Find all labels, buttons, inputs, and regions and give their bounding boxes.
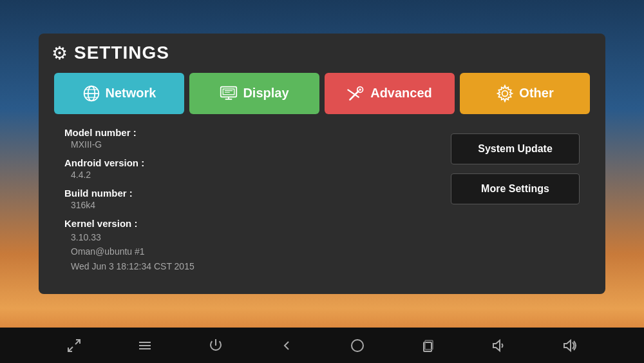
kernel-version-item: Kernel version : 3.10.33 Oman@ubuntu #1 … (64, 218, 412, 273)
more-settings-button[interactable]: More Settings (451, 173, 580, 204)
svg-marker-25 (564, 340, 571, 351)
build-number-item: Build number : 316k4 (64, 188, 412, 210)
home-icon[interactable] (350, 338, 365, 353)
svg-point-21 (352, 340, 363, 351)
menu-icon[interactable] (137, 338, 153, 353)
kernel-line1: 3.10.33 (71, 230, 412, 244)
network-icon (82, 84, 100, 103)
svg-line-17 (68, 347, 73, 351)
model-number-value: MXIII-G (64, 139, 412, 150)
settings-gear-icon: ⚙ (52, 43, 68, 64)
system-update-button[interactable]: System Update (451, 133, 580, 164)
other-icon (496, 84, 514, 103)
android-version-item: Android version : 4.4.2 (64, 157, 412, 180)
build-number-label: Build number : (64, 188, 412, 199)
svg-marker-24 (493, 340, 500, 351)
svg-point-15 (502, 91, 508, 97)
power-icon[interactable] (208, 338, 223, 353)
info-right: System Update More Settings (451, 127, 580, 281)
main-content: ⚙ SETTINGS Network (0, 0, 644, 328)
tab-advanced[interactable]: Advanced (325, 73, 455, 114)
kernel-version-values: 3.10.33 Oman@ubuntu #1 Wed Jun 3 18:12:3… (64, 230, 412, 273)
kernel-line3: Wed Jun 3 18:12:34 CST 2015 (71, 259, 412, 273)
expand-icon[interactable] (66, 338, 82, 353)
info-section: Model number : MXIII-G Android version :… (39, 127, 605, 281)
nav-bar (0, 328, 644, 363)
settings-header: ⚙ SETTINGS (39, 34, 605, 73)
kernel-version-label: Kernel version : (64, 218, 412, 229)
tab-display[interactable]: Display (189, 73, 319, 114)
tab-other-label: Other (519, 86, 553, 101)
model-number-label: Model number : (64, 127, 412, 138)
android-version-value: 4.4.2 (64, 170, 412, 180)
volume-down-icon[interactable] (491, 338, 507, 353)
build-number-value: 316k4 (64, 200, 412, 210)
svg-point-13 (359, 88, 362, 91)
tab-display-label: Display (243, 86, 289, 101)
tabs-row: Network Display (39, 73, 605, 114)
settings-title: SETTINGS (74, 43, 169, 63)
model-number-item: Model number : MXIII-G (64, 127, 412, 150)
advanced-icon (347, 84, 365, 103)
kernel-line2: Oman@ubuntu #1 (71, 244, 412, 259)
volume-up-icon[interactable] (562, 338, 578, 353)
display-icon (220, 84, 238, 103)
info-left: Model number : MXIII-G Android version :… (64, 127, 412, 281)
tab-other[interactable]: Other (460, 73, 590, 114)
android-version-label: Android version : (64, 157, 412, 168)
back-icon[interactable] (279, 338, 294, 353)
settings-panel: ⚙ SETTINGS Network (39, 34, 605, 294)
svg-line-16 (75, 340, 80, 344)
recents-icon[interactable] (421, 338, 436, 353)
svg-rect-6 (223, 89, 235, 95)
tab-advanced-label: Advanced (370, 86, 432, 101)
tab-network[interactable]: Network (54, 73, 184, 114)
tab-network-label: Network (106, 86, 156, 101)
